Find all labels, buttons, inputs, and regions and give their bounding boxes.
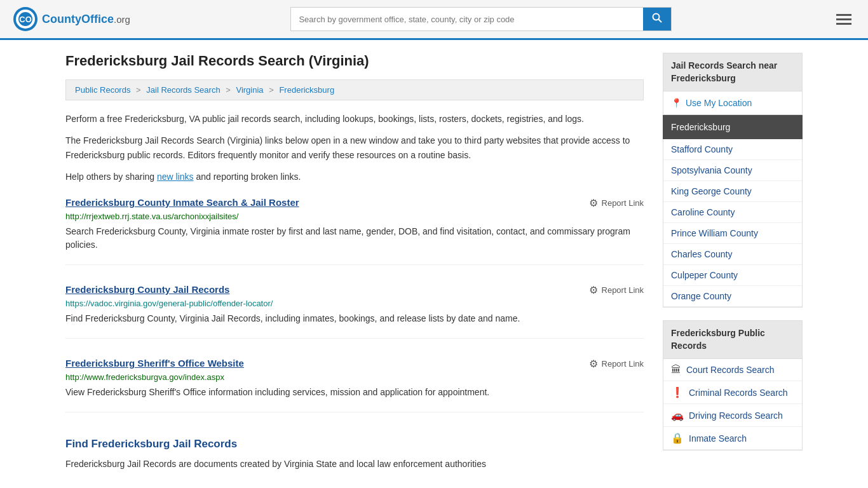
location-pin-icon: 📍 xyxy=(671,98,682,108)
results-container: Fredericksburg County Inmate Search & Ja… xyxy=(65,197,644,412)
menu-button[interactable] xyxy=(832,10,855,29)
result-url-1[interactable]: http://rrjextweb.rrj.state.va.us/archoni… xyxy=(65,212,644,221)
logo-text: CountyOffice.org xyxy=(42,13,130,26)
search-input-wrapper xyxy=(290,7,672,31)
sidebar-near-title: Jail Records Search near Fredericksburg xyxy=(663,53,803,92)
result-title-1[interactable]: Fredericksburg County Inmate Search & Ja… xyxy=(65,197,299,208)
sidebar-driving-records[interactable]: 🚗 Driving Records Search xyxy=(663,404,802,427)
sidebar-item-fredericksburg[interactable]: Fredericksburg xyxy=(663,115,803,139)
report-icon-1: ⚙ xyxy=(589,197,598,209)
inmate-icon: 🔒 xyxy=(671,432,684,444)
sidebar-item-prince-william[interactable]: Prince William County xyxy=(663,223,802,244)
result-header-3: Fredericksburg Sheriff's Office Website … xyxy=(65,358,644,370)
result-desc-2: Find Fredericksburg County, Virginia Jai… xyxy=(65,312,644,325)
sidebar-public-records-links: 🏛 Court Records Search ❗ Criminal Record… xyxy=(663,359,803,451)
sidebar: Jail Records Search near Fredericksburg … xyxy=(663,53,803,471)
result-item-3: Fredericksburg Sheriff's Office Website … xyxy=(65,358,644,412)
sidebar-use-location[interactable]: 📍 Use My Location xyxy=(663,92,803,115)
main-layout: Fredericksburg Jail Records Search (Virg… xyxy=(53,40,815,484)
result-item-2: Fredericksburg County Jail Records ⚙ Rep… xyxy=(65,284,644,339)
result-desc-3: View Fredericksburg Sheriff's Office inf… xyxy=(65,386,644,399)
result-item-1: Fredericksburg County Inmate Search & Ja… xyxy=(65,197,644,265)
court-icon: 🏛 xyxy=(671,364,681,376)
find-desc: Fredericksburg Jail Records are document… xyxy=(65,457,644,471)
breadcrumb-fredericksburg[interactable]: Fredericksburg xyxy=(279,85,334,95)
search-icon xyxy=(652,13,662,23)
report-link-1[interactable]: ⚙ Report Link xyxy=(589,197,644,209)
report-icon-2: ⚙ xyxy=(589,284,598,296)
sidebar-inmate-search[interactable]: 🔒 Inmate Search xyxy=(663,427,802,450)
report-icon-3: ⚙ xyxy=(589,358,598,370)
sidebar-public-records: Fredericksburg Public Records 🏛 Court Re… xyxy=(663,320,803,451)
result-url-3[interactable]: http://www.fredericksburgva.gov/index.as… xyxy=(65,372,644,382)
breadcrumb-jail-records[interactable]: Jail Records Search xyxy=(146,85,220,95)
result-header-1: Fredericksburg County Inmate Search & Ja… xyxy=(65,197,644,209)
svg-line-5 xyxy=(659,20,662,23)
sidebar-item-culpeper[interactable]: Culpeper County xyxy=(663,265,802,286)
criminal-icon: ❗ xyxy=(671,386,684,398)
menu-line-3 xyxy=(836,23,851,25)
sidebar-court-records[interactable]: 🏛 Court Records Search xyxy=(663,359,802,381)
svg-point-4 xyxy=(653,14,660,20)
logo-icon: CO xyxy=(13,6,38,32)
report-link-2[interactable]: ⚙ Report Link xyxy=(589,284,644,296)
sidebar-item-king-george[interactable]: King George County xyxy=(663,181,802,202)
result-title-2[interactable]: Fredericksburg County Jail Records xyxy=(65,284,229,295)
menu-line-1 xyxy=(836,14,851,16)
sidebar-item-charles[interactable]: Charles County xyxy=(663,244,802,265)
header: CO CountyOffice.org xyxy=(0,0,868,40)
new-links-link[interactable]: new links xyxy=(157,172,194,182)
breadcrumb: Public Records > Jail Records Search > V… xyxy=(65,79,644,100)
logo-area: CO CountyOffice.org xyxy=(13,6,130,32)
intro-text2: The Fredericksburg Jail Records Search (… xyxy=(65,133,644,162)
report-link-3[interactable]: ⚙ Report Link xyxy=(589,358,644,370)
result-title-3[interactable]: Fredericksburg Sheriff's Office Website xyxy=(65,358,244,369)
result-header-2: Fredericksburg County Jail Records ⚙ Rep… xyxy=(65,284,644,296)
intro-text: Perform a free Fredericksburg, VA public… xyxy=(65,112,644,126)
page-title: Fredericksburg Jail Records Search (Virg… xyxy=(65,53,644,69)
sidebar-public-records-title: Fredericksburg Public Records xyxy=(663,320,803,359)
search-button[interactable] xyxy=(643,8,671,30)
result-desc-1: Search Fredericksburg County, Virginia i… xyxy=(65,225,644,252)
find-section: Find Fredericksburg Jail Records Frederi… xyxy=(65,431,644,471)
search-input[interactable] xyxy=(291,8,643,30)
sidebar-links-wrapper: Stafford County Spotsylvania County King… xyxy=(663,139,803,308)
result-url-2[interactable]: https://vadoc.virginia.gov/general-publi… xyxy=(65,299,644,308)
sidebar-item-orange[interactable]: Orange County xyxy=(663,286,802,307)
breadcrumb-public-records[interactable]: Public Records xyxy=(75,85,130,95)
svg-text:CO: CO xyxy=(19,15,32,24)
sidebar-item-spotsylvania[interactable]: Spotsylvania County xyxy=(663,160,802,181)
menu-line-2 xyxy=(836,18,851,20)
sidebar-item-caroline[interactable]: Caroline County xyxy=(663,202,802,223)
search-area xyxy=(290,7,672,31)
content-area: Fredericksburg Jail Records Search (Virg… xyxy=(65,53,644,471)
find-title: Find Fredericksburg Jail Records xyxy=(65,431,644,451)
sidebar-criminal-records[interactable]: ❗ Criminal Records Search xyxy=(663,381,802,404)
sidebar-item-stafford[interactable]: Stafford County xyxy=(663,139,802,160)
breadcrumb-virginia[interactable]: Virginia xyxy=(236,85,263,95)
intro-text3: Help others by sharing new links and rep… xyxy=(65,170,644,184)
driving-icon: 🚗 xyxy=(671,409,684,421)
